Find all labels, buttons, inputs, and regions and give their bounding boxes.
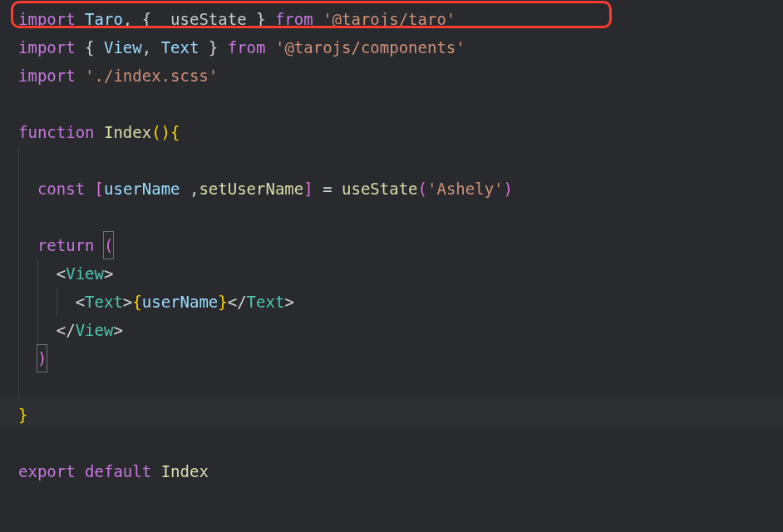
token: View xyxy=(104,38,142,57)
code-line[interactable] xyxy=(18,146,783,175)
line-content: import Taro, { useState } from '@tarojs/… xyxy=(18,10,456,28)
token: Index xyxy=(104,123,151,141)
indent-guide xyxy=(18,372,19,401)
token: View xyxy=(76,321,114,339)
token: > xyxy=(104,264,113,283)
indent-guide xyxy=(37,259,38,288)
line-content: import { View, Text } from '@tarojs/comp… xyxy=(18,38,465,57)
token: [ xyxy=(95,180,104,198)
code-line[interactable] xyxy=(18,372,783,401)
token: userName xyxy=(104,180,180,198)
token: > xyxy=(113,321,122,339)
token xyxy=(313,10,323,28)
code-line[interactable]: import Taro, { useState } from '@tarojs/… xyxy=(18,5,783,33)
code-line[interactable]: function Index(){ xyxy=(18,118,783,146)
code-line[interactable]: import './index.scss' xyxy=(18,62,783,90)
indent-guide xyxy=(18,203,19,231)
token: return xyxy=(37,236,95,254)
token: } xyxy=(218,293,227,311)
token: import xyxy=(18,38,76,57)
token: ) xyxy=(37,344,47,372)
token xyxy=(151,462,160,480)
token: const xyxy=(37,180,85,198)
token: function xyxy=(18,123,95,141)
token: Index xyxy=(161,462,209,480)
token: ( xyxy=(418,180,427,198)
line-content: ) xyxy=(18,349,47,367)
token: from xyxy=(275,10,313,28)
token xyxy=(18,95,27,113)
line-content: const [userName ,setUserName] = useState… xyxy=(18,180,513,198)
token: userName xyxy=(142,293,219,311)
token: , { xyxy=(123,10,161,28)
token: = xyxy=(313,180,342,198)
token: useState xyxy=(161,10,247,28)
code-line[interactable] xyxy=(18,203,783,231)
code-line[interactable]: import { View, Text } from '@tarojs/comp… xyxy=(18,33,783,62)
token: 'Ashely' xyxy=(427,180,504,198)
line-content xyxy=(18,434,27,452)
token: export xyxy=(18,462,76,480)
token: (){ xyxy=(151,123,180,141)
code-line[interactable]: <Text>{userName}</Text> xyxy=(18,288,783,316)
line-content: } xyxy=(18,406,27,424)
token: ) xyxy=(504,180,513,198)
code-line[interactable]: } xyxy=(18,401,783,429)
line-content: import './index.scss' xyxy=(18,66,218,85)
line-content: </View> xyxy=(18,321,123,339)
token: Taro xyxy=(85,10,123,28)
token: < xyxy=(18,293,85,311)
indent-guide xyxy=(18,259,19,288)
token xyxy=(18,180,37,198)
token: import xyxy=(18,66,76,85)
token: { xyxy=(132,293,141,311)
token: > xyxy=(123,293,132,311)
token: { xyxy=(76,38,104,57)
code-line[interactable]: </View> xyxy=(18,316,783,344)
token: import xyxy=(18,10,76,28)
token: , xyxy=(180,180,199,198)
token: , xyxy=(142,38,161,57)
token: Text xyxy=(247,293,285,311)
code-line[interactable]: ) xyxy=(18,344,783,372)
token: default xyxy=(85,462,151,480)
indent-guide xyxy=(18,175,19,203)
token xyxy=(76,66,85,85)
token: } xyxy=(247,10,275,28)
token: Text xyxy=(85,293,123,311)
line-content: export default Index xyxy=(18,462,209,480)
line-content: return ( xyxy=(18,236,113,254)
code-line[interactable] xyxy=(18,429,783,457)
line-content: function Index(){ xyxy=(18,123,180,141)
line-content xyxy=(18,151,27,170)
token: './index.scss' xyxy=(85,66,218,85)
code-block[interactable]: import Taro, { useState } from '@tarojs/… xyxy=(0,5,783,485)
token xyxy=(76,462,85,480)
token xyxy=(18,208,27,226)
token xyxy=(95,123,104,141)
token: '@tarojs/components' xyxy=(275,38,465,57)
indent-guide xyxy=(18,146,19,175)
token xyxy=(18,151,27,170)
token: from xyxy=(228,38,266,57)
token xyxy=(85,180,94,198)
token: ( xyxy=(103,231,114,259)
token: setUserName xyxy=(199,180,303,198)
line-content: <View> xyxy=(18,264,113,283)
indent-guide xyxy=(18,231,19,259)
line-content xyxy=(18,208,27,226)
code-line[interactable] xyxy=(18,90,783,118)
indent-guide xyxy=(18,316,19,344)
code-editor[interactable]: import Taro, { useState } from '@tarojs/… xyxy=(0,0,783,532)
code-line[interactable]: const [userName ,setUserName] = useState… xyxy=(18,175,783,203)
token xyxy=(76,10,85,28)
token: Text xyxy=(161,38,199,57)
code-line[interactable]: return ( xyxy=(18,231,783,259)
token: </ xyxy=(228,293,247,311)
token xyxy=(265,38,274,57)
code-line[interactable]: export default Index xyxy=(18,457,783,485)
token: > xyxy=(284,293,293,311)
token xyxy=(18,349,37,367)
indent-guide xyxy=(57,288,57,316)
code-line[interactable]: <View> xyxy=(18,259,783,288)
